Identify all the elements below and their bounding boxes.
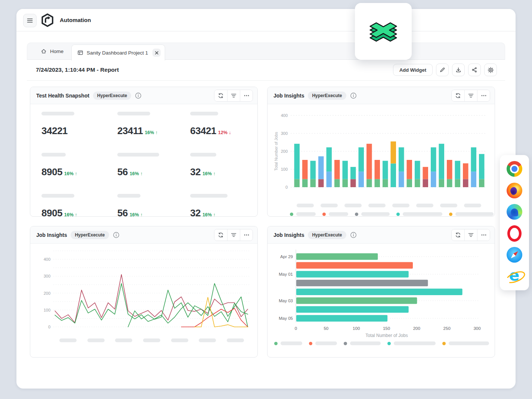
bar-segment-green[interactable] <box>479 179 485 187</box>
info-icon[interactable] <box>113 232 120 238</box>
refresh-button[interactable] <box>452 229 464 241</box>
legend-item[interactable] <box>344 341 381 345</box>
line-series[interactable] <box>128 284 248 327</box>
bar-segment-teal[interactable] <box>479 154 485 179</box>
bar-segment-maroon[interactable] <box>423 179 429 187</box>
bar-segment-green[interactable] <box>447 179 452 187</box>
safari-browser-icon[interactable] <box>506 246 523 263</box>
bar-segment-green[interactable] <box>439 179 445 187</box>
hbar-teal[interactable] <box>296 306 409 313</box>
hbar-orange[interactable] <box>296 262 413 269</box>
tab-home[interactable]: Home <box>41 43 64 59</box>
bar-segment-orange[interactable] <box>375 160 380 179</box>
bar-segment-teal[interactable] <box>359 147 364 171</box>
more-button[interactable] <box>477 229 490 241</box>
opera-browser-icon[interactable] <box>506 225 523 242</box>
filter-button[interactable] <box>464 229 477 241</box>
filter-button[interactable] <box>227 90 240 101</box>
bar-segment-orange[interactable] <box>447 160 452 179</box>
bar-segment-green[interactable] <box>375 179 380 187</box>
bar-segment-teal[interactable] <box>415 161 420 179</box>
chrome-browser-icon[interactable] <box>506 160 523 177</box>
filter-button[interactable] <box>227 229 240 241</box>
bar-segment-teal[interactable] <box>350 167 356 179</box>
bar-segment-orange[interactable] <box>366 144 372 179</box>
legend-item[interactable] <box>449 212 494 216</box>
more-button[interactable] <box>240 90 253 101</box>
legend-item[interactable] <box>309 341 337 345</box>
refresh-button[interactable] <box>452 90 464 101</box>
edge-browser-icon[interactable] <box>506 203 523 220</box>
tab-close-button[interactable] <box>152 49 161 57</box>
legend-item[interactable] <box>274 341 302 345</box>
bar-segment-maroon[interactable] <box>350 179 356 187</box>
edit-button[interactable] <box>436 64 449 76</box>
bar-segment-green[interactable] <box>407 179 412 187</box>
hbar-gray[interactable] <box>296 280 428 287</box>
hyperexecute-logo-card[interactable] <box>355 3 412 60</box>
bar-segment-green[interactable] <box>343 179 348 187</box>
bar-segment-teal[interactable] <box>471 147 477 171</box>
share-button[interactable] <box>468 64 481 76</box>
bar-segment-green[interactable] <box>383 179 388 187</box>
bar-segment-green[interactable] <box>310 179 316 187</box>
bar-segment-teal[interactable] <box>431 147 436 171</box>
hamburger-menu-button[interactable] <box>23 14 37 27</box>
bar-segment-orange[interactable] <box>334 160 340 179</box>
bar-segment-teal[interactable] <box>383 161 388 179</box>
bar-segment-blue[interactable] <box>327 171 332 187</box>
internet-explorer-browser-icon[interactable] <box>506 268 523 285</box>
bar-segment-green[interactable] <box>334 179 340 187</box>
bar-segment-blue[interactable] <box>318 156 324 179</box>
bar-segment-teal[interactable] <box>327 147 332 171</box>
add-widget-button[interactable]: Add Widget <box>393 64 433 76</box>
legend-item[interactable] <box>355 212 390 216</box>
download-button[interactable] <box>452 64 465 76</box>
bar-segment-teal[interactable] <box>310 161 316 179</box>
legend-item[interactable] <box>290 212 316 216</box>
legend-item[interactable] <box>442 341 489 345</box>
info-icon[interactable] <box>135 92 142 99</box>
legend-item[interactable] <box>387 341 436 345</box>
legend-item[interactable] <box>322 212 348 216</box>
tab-sanity-dashboard-project[interactable]: Sanity Dashboard Project 1 <box>71 44 165 61</box>
bar-segment-teal[interactable] <box>399 147 404 171</box>
hbar-teal[interactable] <box>296 288 463 295</box>
refresh-button[interactable] <box>214 229 227 241</box>
bar-segment-blue[interactable] <box>431 171 436 187</box>
bar-segment-teal[interactable] <box>343 161 348 179</box>
hbar-green[interactable] <box>296 253 378 260</box>
hbar-green[interactable] <box>296 297 417 304</box>
bar-segment-green[interactable] <box>415 179 420 187</box>
settings-button[interactable] <box>484 64 497 76</box>
bar-segment-teal[interactable] <box>455 161 461 179</box>
bar-segment-blue[interactable] <box>399 171 404 187</box>
bar-segment-orange[interactable] <box>407 160 412 179</box>
line-series[interactable] <box>55 275 248 323</box>
filter-button[interactable] <box>464 90 477 101</box>
hbar-teal[interactable] <box>296 315 387 322</box>
bar-segment-maroon[interactable] <box>318 179 324 187</box>
bar-segment-green[interactable] <box>294 179 300 187</box>
bar-segment-blue[interactable] <box>359 171 364 187</box>
bar-segment-maroon[interactable] <box>463 179 468 187</box>
legend-item[interactable] <box>396 212 442 216</box>
bar-segment-teal[interactable] <box>391 164 396 187</box>
firefox-browser-icon[interactable] <box>506 182 523 199</box>
bar-segment-orange[interactable] <box>463 163 468 179</box>
bar-segment-green[interactable] <box>455 179 461 187</box>
bar-segment-teal[interactable] <box>439 144 445 179</box>
refresh-button[interactable] <box>214 90 227 101</box>
more-button[interactable] <box>477 90 490 101</box>
bar-segment-yellow[interactable] <box>391 142 396 164</box>
bar-segment-green[interactable] <box>366 179 372 187</box>
hbar-teal[interactable] <box>296 271 409 278</box>
info-icon[interactable] <box>350 92 357 99</box>
bar-segment-orange[interactable] <box>302 160 308 179</box>
bar-segment-orange[interactable] <box>423 167 429 179</box>
bar-segment-blue[interactable] <box>471 171 477 187</box>
bar-segment-teal[interactable] <box>294 144 300 179</box>
bar-segment-green[interactable] <box>302 179 308 187</box>
info-icon[interactable] <box>350 232 357 238</box>
more-button[interactable] <box>240 229 253 241</box>
